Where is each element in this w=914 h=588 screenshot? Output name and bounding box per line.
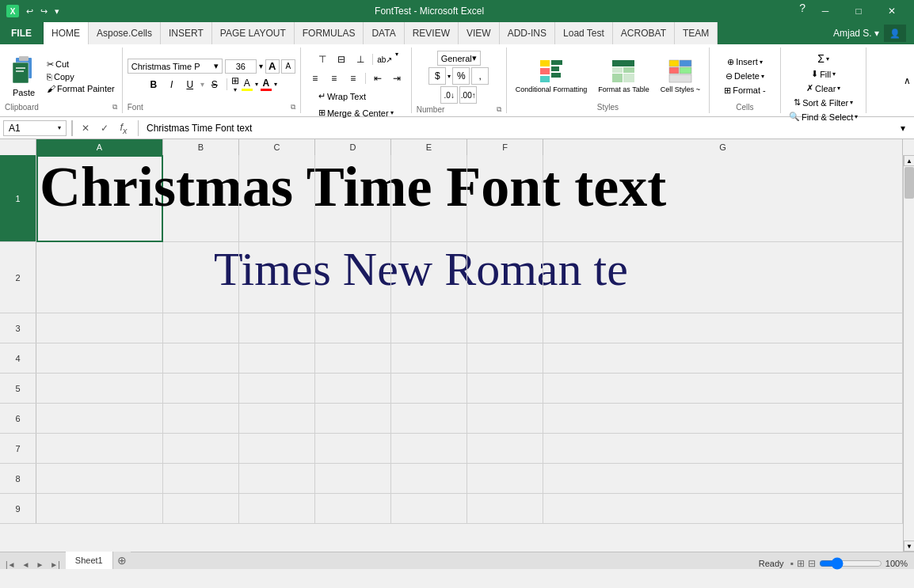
col-header-d[interactable]: D bbox=[315, 139, 391, 155]
percent-button[interactable]: % bbox=[452, 67, 470, 85]
cell-d7[interactable] bbox=[315, 434, 391, 463]
font-expand-icon[interactable]: ⧉ bbox=[291, 103, 295, 112]
col-header-c[interactable]: C bbox=[239, 139, 315, 155]
cell-d6[interactable] bbox=[315, 404, 391, 433]
clipboard-expand-icon[interactable]: ⧉ bbox=[112, 103, 117, 112]
cell-g3[interactable] bbox=[543, 313, 903, 343]
scroll-down-button[interactable]: ▼ bbox=[904, 541, 914, 552]
insert-button[interactable]: ⊕ Insert ▾ bbox=[724, 55, 766, 69]
border-button[interactable]: ⊞ ▾ bbox=[231, 75, 239, 93]
col-header-a[interactable]: A bbox=[36, 139, 163, 155]
cell-e7[interactable] bbox=[391, 434, 467, 463]
cell-c3[interactable] bbox=[239, 313, 315, 343]
confirm-formula-button[interactable]: ✓ bbox=[97, 120, 112, 136]
cell-a8[interactable] bbox=[36, 464, 163, 493]
cell-g7[interactable] bbox=[543, 434, 903, 463]
sheet-prev-button[interactable]: ◄ bbox=[20, 560, 32, 569]
cell-g5[interactable] bbox=[543, 374, 903, 403]
minimize-button[interactable]: ─ bbox=[809, 0, 841, 22]
page-layout-view-button[interactable]: ⊞ bbox=[797, 558, 805, 569]
help-button[interactable]: ? bbox=[797, 0, 808, 22]
cell-c4[interactable] bbox=[239, 343, 315, 373]
cell-b3[interactable] bbox=[163, 313, 239, 343]
row-num-1[interactable]: 1 bbox=[0, 155, 36, 241]
sheet-next-button[interactable]: ► bbox=[33, 560, 46, 569]
align-bottom-button[interactable]: ⊥ bbox=[352, 51, 369, 68]
scroll-up-button[interactable]: ▲ bbox=[904, 155, 914, 166]
cell-e5[interactable] bbox=[391, 374, 467, 403]
tab-addins[interactable]: ADD-INS bbox=[500, 22, 555, 44]
row-num-2[interactable]: 2 bbox=[0, 242, 36, 313]
copy-button[interactable]: ⎘ Copy bbox=[44, 71, 117, 82]
cell-d2[interactable] bbox=[315, 242, 391, 313]
cell-e8[interactable] bbox=[391, 464, 467, 493]
find-dropdown-icon[interactable]: ▾ bbox=[855, 113, 858, 120]
sum-button[interactable]: Σ ▾ bbox=[814, 51, 832, 66]
cell-a2[interactable]: Times New Roman te bbox=[36, 242, 163, 313]
cell-a1[interactable]: Christmas Time Font text bbox=[36, 155, 163, 242]
cell-b5[interactable] bbox=[163, 374, 239, 403]
sheet-tab-sheet1[interactable]: Sheet1 bbox=[66, 552, 113, 569]
cell-a3[interactable] bbox=[36, 313, 163, 343]
scroll-thumb[interactable] bbox=[904, 167, 914, 199]
tab-home[interactable]: HOME bbox=[44, 22, 89, 44]
cell-a5[interactable] bbox=[36, 374, 163, 403]
shrink-font-button[interactable]: A bbox=[281, 59, 295, 74]
align-left-button[interactable]: ≡ bbox=[307, 70, 324, 87]
row-num-8[interactable]: 8 bbox=[0, 464, 36, 493]
cell-e2[interactable] bbox=[391, 242, 467, 313]
cell-d5[interactable] bbox=[315, 374, 391, 403]
tab-insert[interactable]: INSERT bbox=[161, 22, 212, 44]
cell-f9[interactable] bbox=[467, 494, 543, 523]
align-top-button[interactable]: ⊤ bbox=[314, 51, 331, 68]
file-tab[interactable]: FILE bbox=[0, 22, 44, 44]
undo-button[interactable]: ↩ bbox=[24, 5, 36, 18]
font-name-dropdown[interactable]: Christmas Time P ▾ bbox=[128, 59, 223, 74]
cell-e3[interactable] bbox=[391, 313, 467, 343]
cell-g6[interactable] bbox=[543, 404, 903, 433]
tab-acrobat[interactable]: ACROBAT bbox=[613, 22, 675, 44]
redo-button[interactable]: ↪ bbox=[38, 5, 50, 18]
increase-indent-button[interactable]: ⇥ bbox=[388, 70, 406, 87]
currency-dropdown[interactable]: ▾ bbox=[447, 73, 451, 80]
conditional-formatting-button[interactable]: Conditional Formatting bbox=[512, 56, 592, 96]
merge-center-button[interactable]: ⊞ Merge & Center ▾ bbox=[314, 105, 398, 120]
cell-b4[interactable] bbox=[163, 343, 239, 373]
sort-filter-button[interactable]: ⇅ Sort & Filter ▾ bbox=[790, 96, 856, 109]
fill-color-dropdown[interactable]: ▾ bbox=[255, 81, 258, 88]
cell-d8[interactable] bbox=[315, 464, 391, 493]
currency-button[interactable]: $ bbox=[428, 67, 446, 85]
paste-button[interactable]: Paste bbox=[5, 53, 43, 99]
cell-c1[interactable] bbox=[239, 155, 315, 242]
cell-e4[interactable] bbox=[391, 343, 467, 373]
comma-button[interactable]: , bbox=[471, 67, 489, 85]
cancel-formula-button[interactable]: ✕ bbox=[78, 120, 93, 136]
col-header-b[interactable]: B bbox=[163, 139, 239, 155]
cell-g2[interactable] bbox=[543, 242, 903, 313]
close-button[interactable]: ✕ bbox=[876, 0, 908, 22]
strikethrough-button[interactable]: S bbox=[207, 77, 223, 93]
number-expand-icon[interactable]: ⧉ bbox=[497, 105, 501, 114]
align-middle-button[interactable]: ⊟ bbox=[333, 51, 350, 68]
merge-dropdown-icon[interactable]: ▾ bbox=[390, 109, 394, 116]
quick-access-dropdown[interactable]: ▾ bbox=[52, 5, 62, 18]
cell-d9[interactable] bbox=[315, 494, 391, 523]
italic-button[interactable]: I bbox=[164, 77, 180, 93]
row-num-7[interactable]: 7 bbox=[0, 434, 36, 463]
insert-dropdown-icon[interactable]: ▾ bbox=[760, 59, 763, 66]
cell-c7[interactable] bbox=[239, 434, 315, 463]
orientation-button[interactable]: ab↗ bbox=[376, 51, 394, 68]
sort-dropdown-icon[interactable]: ▾ bbox=[850, 99, 853, 106]
row-num-3[interactable]: 3 bbox=[0, 313, 36, 343]
decrease-decimal-button[interactable]: .0↓ bbox=[440, 86, 458, 104]
fill-dropdown-icon[interactable]: ▾ bbox=[832, 70, 836, 78]
add-sheet-button[interactable]: ⊕ bbox=[113, 552, 131, 569]
col-header-e[interactable]: E bbox=[391, 139, 467, 155]
cell-b1[interactable] bbox=[163, 155, 239, 242]
delete-dropdown-icon[interactable]: ▾ bbox=[761, 73, 764, 80]
cell-f4[interactable] bbox=[467, 343, 543, 373]
cell-reference-box[interactable]: A1 ▾ bbox=[3, 120, 67, 136]
number-format-dropdown[interactable]: General ▾ bbox=[437, 51, 481, 66]
underline-button[interactable]: U bbox=[182, 77, 198, 93]
tab-aspose[interactable]: Aspose.Cells bbox=[89, 22, 161, 44]
